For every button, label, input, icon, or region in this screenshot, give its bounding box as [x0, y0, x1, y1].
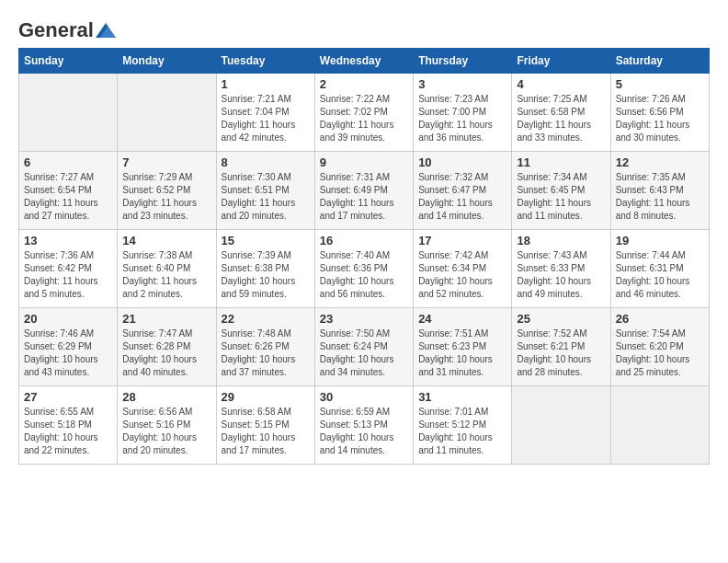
calendar-cell: 11Sunrise: 7:34 AM Sunset: 6:45 PM Dayli… [512, 152, 610, 230]
calendar-cell: 24Sunrise: 7:51 AM Sunset: 6:23 PM Dayli… [414, 308, 512, 386]
day-number: 19 [616, 234, 704, 247]
day-number: 31 [418, 390, 506, 404]
day-number: 6 [24, 155, 112, 169]
day-number: 2 [320, 77, 408, 91]
day-number: 13 [24, 234, 112, 247]
calendar-cell [512, 386, 610, 465]
calendar-cell: 10Sunrise: 7:32 AM Sunset: 6:47 PM Dayli… [414, 152, 512, 230]
day-number: 8 [222, 155, 310, 169]
logo: General [18, 18, 116, 39]
day-number: 14 [122, 234, 210, 247]
calendar-cell: 18Sunrise: 7:43 AM Sunset: 6:33 PM Dayli… [512, 230, 610, 308]
day-number: 18 [517, 234, 605, 247]
calendar-cell: 4Sunrise: 7:25 AM Sunset: 6:58 PM Daylig… [512, 74, 610, 152]
calendar-cell: 30Sunrise: 6:59 AM Sunset: 5:13 PM Dayli… [314, 386, 413, 465]
day-number: 25 [517, 312, 605, 326]
calendar-cell: 26Sunrise: 7:54 AM Sunset: 6:20 PM Dayli… [610, 308, 709, 386]
day-detail: Sunrise: 7:51 AM Sunset: 6:23 PM Dayligh… [418, 327, 506, 379]
calendar-cell: 25Sunrise: 7:52 AM Sunset: 6:21 PM Dayli… [512, 308, 610, 386]
calendar-cell: 8Sunrise: 7:30 AM Sunset: 6:51 PM Daylig… [216, 152, 314, 230]
calendar-cell: 13Sunrise: 7:36 AM Sunset: 6:42 PM Dayli… [19, 230, 118, 308]
day-number: 24 [418, 312, 506, 326]
day-detail: Sunrise: 7:47 AM Sunset: 6:28 PM Dayligh… [122, 327, 210, 379]
day-detail: Sunrise: 7:27 AM Sunset: 6:54 PM Dayligh… [24, 171, 112, 223]
weekday-header: Friday [512, 49, 610, 74]
calendar-cell: 14Sunrise: 7:38 AM Sunset: 6:40 PM Dayli… [118, 230, 216, 308]
day-detail: Sunrise: 7:42 AM Sunset: 6:34 PM Dayligh… [418, 249, 506, 301]
day-detail: Sunrise: 7:29 AM Sunset: 6:52 PM Dayligh… [122, 171, 210, 223]
day-detail: Sunrise: 7:46 AM Sunset: 6:29 PM Dayligh… [24, 327, 112, 379]
day-number: 30 [320, 390, 408, 404]
calendar-cell: 19Sunrise: 7:44 AM Sunset: 6:31 PM Dayli… [610, 230, 709, 308]
day-detail: Sunrise: 7:25 AM Sunset: 6:58 PM Dayligh… [517, 93, 605, 144]
day-detail: Sunrise: 7:35 AM Sunset: 6:43 PM Dayligh… [616, 171, 704, 223]
day-number: 17 [418, 234, 506, 247]
day-number: 11 [517, 155, 605, 169]
day-number: 1 [222, 77, 310, 91]
day-detail: Sunrise: 7:01 AM Sunset: 5:12 PM Dayligh… [418, 406, 506, 457]
weekday-header: Wednesday [314, 49, 413, 74]
calendar-cell: 20Sunrise: 7:46 AM Sunset: 6:29 PM Dayli… [19, 308, 118, 386]
day-detail: Sunrise: 7:21 AM Sunset: 7:04 PM Dayligh… [222, 93, 310, 144]
day-number: 7 [122, 155, 210, 169]
calendar-cell: 23Sunrise: 7:50 AM Sunset: 6:24 PM Dayli… [314, 308, 413, 386]
day-detail: Sunrise: 6:55 AM Sunset: 5:18 PM Dayligh… [24, 406, 112, 457]
day-number: 26 [616, 312, 704, 326]
day-number: 10 [418, 155, 506, 169]
day-detail: Sunrise: 7:31 AM Sunset: 6:49 PM Dayligh… [320, 171, 408, 223]
logo-icon [96, 23, 116, 38]
day-detail: Sunrise: 6:58 AM Sunset: 5:15 PM Dayligh… [222, 406, 310, 457]
day-detail: Sunrise: 7:43 AM Sunset: 6:33 PM Dayligh… [517, 249, 605, 301]
day-number: 9 [320, 155, 408, 169]
day-detail: Sunrise: 7:38 AM Sunset: 6:40 PM Dayligh… [122, 249, 210, 301]
calendar-cell: 1Sunrise: 7:21 AM Sunset: 7:04 PM Daylig… [216, 74, 314, 152]
weekday-header: Monday [118, 49, 216, 74]
day-detail: Sunrise: 6:59 AM Sunset: 5:13 PM Dayligh… [320, 406, 408, 457]
calendar-cell [610, 386, 709, 465]
day-detail: Sunrise: 7:40 AM Sunset: 6:36 PM Dayligh… [320, 249, 408, 301]
day-number: 5 [616, 77, 704, 91]
calendar-cell [19, 74, 118, 152]
calendar-cell: 9Sunrise: 7:31 AM Sunset: 6:49 PM Daylig… [314, 152, 413, 230]
calendar-cell: 17Sunrise: 7:42 AM Sunset: 6:34 PM Dayli… [414, 230, 512, 308]
day-number: 21 [122, 312, 210, 326]
calendar-table: SundayMondayTuesdayWednesdayThursdayFrid… [18, 48, 710, 465]
day-detail: Sunrise: 7:44 AM Sunset: 6:31 PM Dayligh… [616, 249, 704, 301]
day-detail: Sunrise: 7:48 AM Sunset: 6:26 PM Dayligh… [222, 327, 310, 379]
calendar-cell [118, 74, 216, 152]
weekday-header: Saturday [610, 49, 709, 74]
day-detail: Sunrise: 7:30 AM Sunset: 6:51 PM Dayligh… [222, 171, 310, 223]
day-number: 28 [122, 390, 210, 404]
calendar-cell: 3Sunrise: 7:23 AM Sunset: 7:00 PM Daylig… [414, 74, 512, 152]
day-number: 4 [517, 77, 605, 91]
calendar-cell: 22Sunrise: 7:48 AM Sunset: 6:26 PM Dayli… [216, 308, 314, 386]
day-number: 12 [616, 155, 704, 169]
day-number: 16 [320, 234, 408, 247]
weekday-header: Tuesday [216, 49, 314, 74]
day-detail: Sunrise: 7:50 AM Sunset: 6:24 PM Dayligh… [320, 327, 408, 379]
day-detail: Sunrise: 7:34 AM Sunset: 6:45 PM Dayligh… [517, 171, 605, 223]
day-number: 29 [222, 390, 310, 404]
calendar-cell: 15Sunrise: 7:39 AM Sunset: 6:38 PM Dayli… [216, 230, 314, 308]
calendar-cell: 2Sunrise: 7:22 AM Sunset: 7:02 PM Daylig… [314, 74, 413, 152]
weekday-header: Thursday [414, 49, 512, 74]
weekday-header: Sunday [19, 49, 118, 74]
day-number: 3 [418, 77, 506, 91]
day-number: 23 [320, 312, 408, 326]
day-number: 27 [24, 390, 112, 404]
day-detail: Sunrise: 7:36 AM Sunset: 6:42 PM Dayligh… [24, 249, 112, 301]
day-detail: Sunrise: 7:52 AM Sunset: 6:21 PM Dayligh… [517, 327, 605, 379]
day-detail: Sunrise: 7:54 AM Sunset: 6:20 PM Dayligh… [616, 327, 704, 379]
calendar-cell: 6Sunrise: 7:27 AM Sunset: 6:54 PM Daylig… [19, 152, 118, 230]
calendar-cell: 21Sunrise: 7:47 AM Sunset: 6:28 PM Dayli… [118, 308, 216, 386]
calendar-cell: 27Sunrise: 6:55 AM Sunset: 5:18 PM Dayli… [19, 386, 118, 465]
day-number: 15 [222, 234, 310, 247]
day-detail: Sunrise: 7:32 AM Sunset: 6:47 PM Dayligh… [418, 171, 506, 223]
day-detail: Sunrise: 7:23 AM Sunset: 7:00 PM Dayligh… [418, 93, 506, 144]
calendar-cell: 16Sunrise: 7:40 AM Sunset: 6:36 PM Dayli… [314, 230, 413, 308]
day-detail: Sunrise: 7:26 AM Sunset: 6:56 PM Dayligh… [616, 93, 704, 144]
page-header: General [18, 18, 710, 39]
calendar-cell: 28Sunrise: 6:56 AM Sunset: 5:16 PM Dayli… [118, 386, 216, 465]
calendar-cell: 7Sunrise: 7:29 AM Sunset: 6:52 PM Daylig… [118, 152, 216, 230]
day-detail: Sunrise: 7:22 AM Sunset: 7:02 PM Dayligh… [320, 93, 408, 144]
